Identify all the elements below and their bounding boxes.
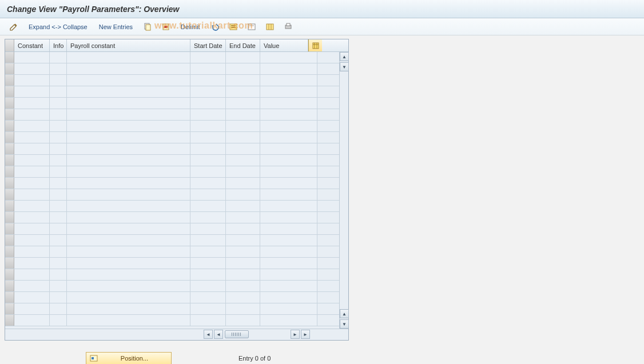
- cell-payroll-constant[interactable]: [67, 121, 190, 131]
- scroll-up-button-2[interactable]: ▲: [340, 309, 349, 318]
- scroll-left-button[interactable]: ◄: [214, 330, 223, 339]
- cell-info[interactable]: [50, 246, 67, 257]
- cell-info[interactable]: [50, 75, 67, 86]
- undo-button[interactable]: [208, 21, 222, 33]
- scroll-right-button[interactable]: ►: [291, 330, 300, 339]
- cell-value[interactable]: [260, 246, 317, 257]
- cell-payroll-constant[interactable]: [67, 201, 190, 211]
- cell-info[interactable]: [50, 212, 67, 223]
- cell-end-date[interactable]: [226, 166, 260, 177]
- cell-payroll-constant[interactable]: [67, 189, 190, 200]
- cell-start-date[interactable]: [190, 235, 226, 246]
- cell-info[interactable]: [50, 315, 67, 326]
- cell-info[interactable]: [50, 132, 67, 143]
- cell-payroll-constant[interactable]: [67, 143, 190, 154]
- cell-end-date[interactable]: [226, 292, 260, 303]
- cell-constant[interactable]: [14, 189, 50, 200]
- row-selector[interactable]: [5, 281, 14, 291]
- cell-payroll-constant[interactable]: [67, 281, 190, 291]
- cell-value[interactable]: [260, 166, 317, 177]
- column-header-end-date[interactable]: End Date: [226, 39, 260, 51]
- column-header-payroll-constant[interactable]: Payroll constant: [67, 39, 190, 51]
- hscroll-track[interactable]: [250, 329, 290, 340]
- row-selector[interactable]: [5, 269, 14, 280]
- cell-end-date[interactable]: [226, 201, 260, 211]
- cell-info[interactable]: [50, 166, 67, 177]
- cell-end-date[interactable]: [226, 132, 260, 143]
- cell-payroll-constant[interactable]: [67, 166, 190, 177]
- cell-start-date[interactable]: [190, 212, 226, 223]
- cell-start-date[interactable]: [190, 246, 226, 257]
- cell-constant[interactable]: [14, 121, 50, 131]
- cell-info[interactable]: [50, 189, 67, 200]
- cell-info[interactable]: [50, 98, 67, 109]
- cell-constant[interactable]: [14, 303, 50, 314]
- cell-payroll-constant[interactable]: [67, 246, 190, 257]
- cell-constant[interactable]: [14, 98, 50, 109]
- cell-payroll-constant[interactable]: [67, 292, 190, 303]
- cell-start-date[interactable]: [190, 132, 226, 143]
- row-selector[interactable]: [5, 246, 14, 257]
- cell-payroll-constant[interactable]: [67, 98, 190, 109]
- cell-info[interactable]: [50, 303, 67, 314]
- cell-constant[interactable]: [14, 166, 50, 177]
- cell-end-date[interactable]: [226, 52, 260, 63]
- cell-info[interactable]: [50, 121, 67, 131]
- scroll-right-end-button[interactable]: ►: [301, 330, 310, 339]
- cell-value[interactable]: [260, 212, 317, 223]
- deselect-all-button[interactable]: [245, 21, 259, 33]
- cell-start-date[interactable]: [190, 52, 226, 63]
- row-selector[interactable]: [5, 121, 14, 131]
- row-selector[interactable]: [5, 166, 14, 177]
- row-selector[interactable]: [5, 75, 14, 86]
- cell-value[interactable]: [260, 109, 317, 120]
- cell-start-date[interactable]: [190, 166, 226, 177]
- cell-constant[interactable]: [14, 201, 50, 211]
- edit-icon-button[interactable]: [7, 21, 21, 33]
- cell-end-date[interactable]: [226, 281, 260, 291]
- cell-value[interactable]: [260, 98, 317, 109]
- cell-payroll-constant[interactable]: [67, 303, 190, 314]
- cell-end-date[interactable]: [226, 121, 260, 131]
- cell-value[interactable]: [260, 121, 317, 131]
- cell-start-date[interactable]: [190, 201, 226, 211]
- cell-end-date[interactable]: [226, 235, 260, 246]
- cell-info[interactable]: [50, 269, 67, 280]
- cell-start-date[interactable]: [190, 109, 226, 120]
- column-config-button[interactable]: [308, 39, 322, 51]
- cell-payroll-constant[interactable]: [67, 223, 190, 234]
- cell-payroll-constant[interactable]: [67, 132, 190, 143]
- cell-start-date[interactable]: [190, 258, 226, 269]
- cell-end-date[interactable]: [226, 109, 260, 120]
- cell-value[interactable]: [260, 269, 317, 280]
- cell-start-date[interactable]: [190, 315, 226, 326]
- cell-start-date[interactable]: [190, 178, 226, 189]
- row-selector[interactable]: [5, 178, 14, 189]
- cell-payroll-constant[interactable]: [67, 52, 190, 63]
- row-selector[interactable]: [5, 155, 14, 166]
- row-selector[interactable]: [5, 98, 14, 109]
- cell-constant[interactable]: [14, 86, 50, 97]
- cell-value[interactable]: [260, 292, 317, 303]
- cell-constant[interactable]: [14, 75, 50, 86]
- row-selector[interactable]: [5, 63, 14, 74]
- cell-payroll-constant[interactable]: [67, 212, 190, 223]
- copy-button[interactable]: [141, 21, 154, 33]
- table-settings-button[interactable]: [263, 21, 277, 33]
- cell-constant[interactable]: [14, 212, 50, 223]
- cell-end-date[interactable]: [226, 86, 260, 97]
- cell-payroll-constant[interactable]: [67, 269, 190, 280]
- cell-constant[interactable]: [14, 155, 50, 166]
- cell-payroll-constant[interactable]: [67, 63, 190, 74]
- cell-value[interactable]: [260, 258, 317, 269]
- cell-info[interactable]: [50, 63, 67, 74]
- cell-payroll-constant[interactable]: [67, 109, 190, 120]
- cell-start-date[interactable]: [190, 292, 226, 303]
- cell-start-date[interactable]: [190, 303, 226, 314]
- scroll-up-button[interactable]: ▲: [340, 52, 349, 61]
- cell-start-date[interactable]: [190, 189, 226, 200]
- cell-constant[interactable]: [14, 281, 50, 291]
- cell-payroll-constant[interactable]: [67, 315, 190, 326]
- cell-value[interactable]: [260, 155, 317, 166]
- cell-info[interactable]: [50, 52, 67, 63]
